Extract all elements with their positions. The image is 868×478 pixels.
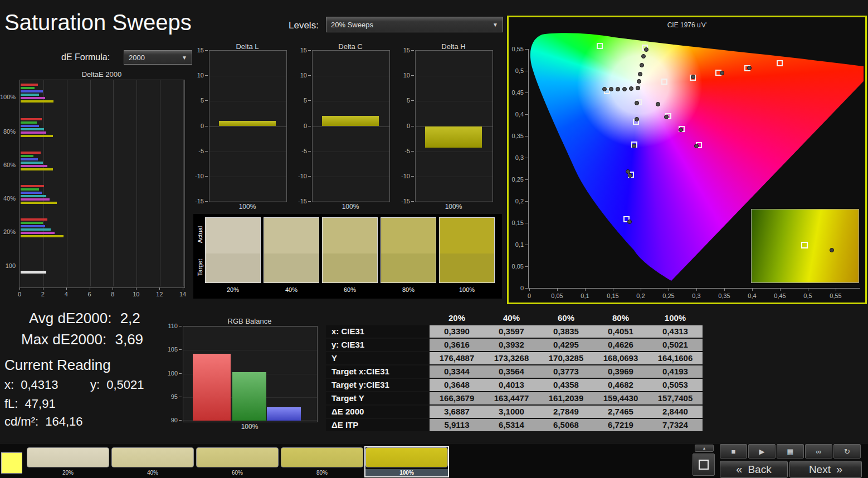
- tick-label: -10: [298, 172, 307, 180]
- table-cell: 159,4430: [593, 392, 648, 404]
- group-label: 100: [0, 262, 16, 270]
- tick-mark: [90, 287, 90, 290]
- table-cell: 173,3268: [484, 352, 539, 364]
- table-cell: 0,3969: [593, 365, 648, 378]
- delta-l-y-labels: 151050-5-10-15: [190, 50, 208, 201]
- tick-mark: [308, 176, 311, 177]
- blue-bar: [267, 407, 301, 421]
- red-bar: [193, 354, 231, 421]
- avg-de-value: 2,2: [120, 310, 140, 326]
- cie-y-axis-line: [528, 49, 529, 289]
- measurement-marker: [644, 47, 648, 52]
- table-cell: 0,4313: [648, 325, 703, 338]
- measurement-marker: [609, 87, 613, 91]
- de-bar: [21, 94, 39, 96]
- de-formula-dropdown[interactable]: 2000 ▼: [124, 50, 192, 65]
- delta-c-plot: [312, 50, 390, 202]
- tick-mark: [113, 287, 113, 290]
- delta-h-plot: [415, 50, 493, 202]
- next-button[interactable]: Next »: [789, 461, 862, 478]
- column-header: 40%: [484, 312, 539, 324]
- pattern-window-button[interactable]: [693, 453, 715, 476]
- group-label: 20%: [0, 228, 16, 236]
- level-swatch-cell[interactable]: 20%: [27, 447, 109, 476]
- tick-mark: [808, 288, 808, 291]
- tick-mark: [411, 100, 414, 101]
- cie-y-labels: 0,550,50,450,40,350,30,250,20,150,10,050: [507, 27, 528, 289]
- play-button[interactable]: ▶: [748, 444, 776, 459]
- panel-toggle-button[interactable]: ▲: [695, 445, 714, 452]
- column-header: 20%: [430, 312, 484, 324]
- gridline: [183, 326, 317, 327]
- measurement-marker: [720, 71, 724, 75]
- tick-mark: [205, 50, 208, 51]
- max-de-label: Max dE2000:: [21, 331, 106, 348]
- table-cell: 3,1000: [484, 406, 539, 418]
- swatch-label: 80%: [381, 286, 436, 293]
- inset-measurement-marker: [830, 248, 834, 252]
- de-bar: [21, 125, 39, 127]
- level-swatch: [281, 447, 363, 467]
- table-cell: 0,3835: [539, 325, 593, 338]
- gridline: [313, 177, 389, 177]
- tick-mark: [525, 92, 528, 93]
- measurement-marker: [656, 102, 660, 106]
- table-cell: 176,4887: [430, 352, 484, 364]
- tick-mark: [557, 288, 558, 291]
- level-swatch-cell[interactable]: 40%: [111, 447, 194, 476]
- de-bar: [21, 100, 53, 103]
- gridline: [313, 126, 389, 127]
- gridline: [113, 80, 114, 286]
- levels-dropdown[interactable]: 20% Sweeps ▼: [326, 17, 503, 32]
- reading-y-label: y:: [90, 378, 100, 392]
- tick-label: 0,05: [512, 262, 524, 270]
- tick-mark: [641, 288, 641, 291]
- de-bar: [21, 202, 57, 204]
- table-cell: 6,5314: [484, 419, 539, 431]
- level-swatch-cell[interactable]: 80%: [281, 447, 363, 476]
- tick-label: 0,5: [797, 292, 819, 300]
- tick-label: 0,25: [512, 175, 524, 183]
- table-cell: 6,7219: [593, 419, 648, 431]
- reading-cd: cd/m²: 164,16: [4, 414, 83, 429]
- tick-mark: [308, 100, 311, 101]
- gridline: [209, 101, 286, 101]
- de-bar: [21, 168, 53, 170]
- level-swatch: [365, 447, 448, 467]
- row-label: y: CIE31: [326, 339, 430, 351]
- tick-mark: [179, 397, 182, 397]
- tick-mark: [411, 176, 414, 177]
- tick-label: 0,2: [515, 197, 524, 205]
- de-bar: [21, 225, 45, 227]
- table-cell: 0,3390: [430, 325, 484, 338]
- measurement-table: 20%40%60%80%100%x: CIE310,33900,35970,38…: [326, 312, 703, 432]
- refresh-button[interactable]: ↻: [833, 444, 861, 459]
- level-swatch-cell[interactable]: 100%: [365, 447, 448, 476]
- table-row: x: CIE310,33900,35970,38350,40510,4313: [326, 325, 703, 338]
- row-label: Target Y: [326, 392, 430, 404]
- tick-label: 10: [403, 71, 410, 79]
- page-title: Saturation Sweeps: [4, 10, 192, 35]
- stop-button[interactable]: ■: [720, 444, 747, 459]
- tick-mark: [525, 136, 528, 136]
- level-swatch: [111, 447, 194, 467]
- level-swatch-cell[interactable]: 60%: [196, 447, 279, 476]
- swatch-label: 20%: [205, 286, 261, 293]
- de-bar: [21, 195, 46, 197]
- delta-h-title: Delta H: [415, 42, 492, 51]
- tick-mark: [205, 126, 208, 126]
- square-icon: [699, 460, 709, 470]
- swatch-column: [381, 217, 436, 283]
- table-cell: 2,8440: [648, 406, 703, 418]
- tick-label: 5: [201, 96, 204, 104]
- back-button[interactable]: « Back: [720, 461, 788, 478]
- pattern-button[interactable]: ▦: [777, 444, 804, 459]
- loop-button[interactable]: ∞: [805, 444, 832, 459]
- current-patch-swatch: [1, 452, 22, 474]
- de-bar: [21, 84, 38, 86]
- table-cell: 0,3773: [539, 365, 593, 378]
- table-cell: 7,7324: [648, 419, 703, 431]
- de-bar: [21, 198, 50, 201]
- table-cell: 0,5053: [648, 379, 703, 391]
- tick-label: 5: [407, 96, 410, 104]
